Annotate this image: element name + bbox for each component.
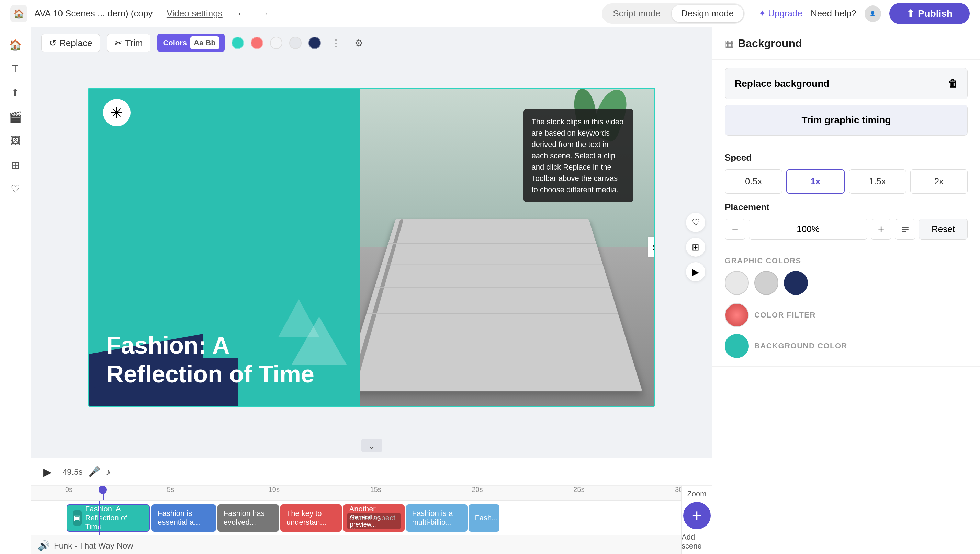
expand-timeline-button[interactable]: ⌄ bbox=[361, 439, 382, 452]
more-colors-button[interactable]: ⋮ bbox=[328, 35, 344, 51]
placement-align-icon[interactable] bbox=[895, 219, 915, 240]
main-layout: 🏠 T ⬆ 🎬 🖼 ⊞ ♡ ↺ Replace ✂ Trim Colors Aa… bbox=[0, 27, 980, 554]
clip-6[interactable]: Fashion is a multi-billio... bbox=[406, 504, 468, 532]
bg-color-swatch[interactable] bbox=[725, 334, 749, 358]
script-mode-button[interactable]: Script mode bbox=[603, 5, 670, 22]
clip-3[interactable]: Fashion has evolved... bbox=[217, 504, 279, 532]
bg-color-row: BACKGROUND COLOR bbox=[725, 334, 968, 358]
clip-3-label: Fashion has evolved... bbox=[223, 509, 273, 527]
sidebar-item-favorites[interactable]: ♡ bbox=[5, 178, 26, 199]
sidebar-item-text[interactable]: T bbox=[5, 58, 26, 79]
sidebar-item-image[interactable]: 🖼 bbox=[5, 131, 26, 151]
color-filter-swatch[interactable] bbox=[725, 303, 749, 327]
back-button[interactable]: ← bbox=[233, 5, 251, 22]
mic-button[interactable]: 🎤 bbox=[88, 466, 100, 478]
play-button[interactable]: ▶ bbox=[38, 462, 57, 482]
tooltip-box: The stock clips in this video are based … bbox=[524, 109, 634, 202]
design-mode-button[interactable]: Design mode bbox=[672, 5, 743, 22]
svg-rect-1 bbox=[902, 229, 908, 230]
settings-button[interactable]: ⚙ bbox=[351, 35, 367, 51]
music-icon: 🔊 bbox=[38, 540, 50, 551]
project-title: AVA 10 Scenes ... dern) (copy — Video se… bbox=[34, 8, 223, 19]
publish-button[interactable]: ⬆ Publish bbox=[889, 3, 970, 24]
sidebar-item-home[interactable]: 🏠 bbox=[5, 34, 26, 55]
color-filter-row: COLOR FILTER bbox=[725, 303, 968, 327]
zoom-label: Zoom bbox=[687, 489, 706, 498]
canvas-wrapper: ✳ Fashion: A Reflection of Time bbox=[31, 58, 712, 436]
trim-icon: ✂ bbox=[115, 38, 122, 48]
speed-1.5x-button[interactable]: 1.5x bbox=[849, 169, 906, 194]
add-scene-button[interactable]: + bbox=[683, 502, 711, 529]
canvas-expand: ⌄ bbox=[31, 436, 712, 458]
graphic-colors-title: GRAPHIC COLORS bbox=[725, 256, 968, 265]
colors-sample: Aa Bb bbox=[190, 37, 219, 49]
ruler-10s: 10s bbox=[269, 486, 279, 494]
graphic-colors bbox=[725, 271, 968, 295]
like-button[interactable]: ♡ bbox=[686, 213, 705, 232]
color-filter-label: COLOR FILTER bbox=[754, 310, 816, 320]
panel-collapse-button[interactable]: ❯ bbox=[648, 237, 655, 258]
header: 🏠 AVA 10 Scenes ... dern) (copy — Video … bbox=[0, 0, 980, 27]
clip-1-icon: ▣ bbox=[73, 510, 82, 525]
clip-4-label: The key to understan... bbox=[286, 509, 335, 527]
clip-4[interactable]: The key to understan... bbox=[280, 504, 342, 532]
clip-1[interactable]: ▣ Fashion: A Reflection of Time bbox=[67, 504, 150, 532]
clip-5[interactable]: Another crucial aspect ... Generating pr… bbox=[343, 504, 405, 532]
sidebar-item-video[interactable]: 🎬 bbox=[5, 107, 26, 127]
trim-timing-button[interactable]: Trim graphic timing bbox=[725, 105, 968, 135]
color-white[interactable] bbox=[289, 37, 302, 49]
svg-rect-0 bbox=[902, 227, 908, 228]
speed-1x-button[interactable]: 1x bbox=[786, 169, 844, 194]
canvas-left: ✳ Fashion: A Reflection of Time bbox=[89, 89, 360, 406]
graphic-color-1[interactable] bbox=[725, 271, 749, 295]
upgrade-button[interactable]: ✦ Upgrade bbox=[758, 8, 803, 19]
ruler-20s: 20s bbox=[472, 486, 483, 494]
canvas-logo: ✳ bbox=[103, 99, 131, 126]
colors-section[interactable]: Colors Aa Bb bbox=[157, 33, 224, 52]
publish-icon: ⬆ bbox=[907, 8, 915, 19]
mode-switcher: Script mode Design mode bbox=[602, 3, 745, 24]
graphic-color-3[interactable] bbox=[784, 271, 808, 295]
replace-bg-section: Replace background 🗑 Trim graphic timing bbox=[712, 60, 980, 144]
graphic-color-2[interactable] bbox=[754, 271, 778, 295]
play-scene-button[interactable]: ▶ bbox=[686, 262, 705, 282]
time-display: 49.5s bbox=[62, 467, 83, 477]
replace-button[interactable]: ↺ Replace bbox=[41, 34, 100, 52]
avatar-button[interactable]: 👤 bbox=[865, 5, 881, 22]
placement-reset-button[interactable]: Reset bbox=[919, 219, 968, 240]
delete-icon[interactable]: 🗑 bbox=[948, 78, 958, 89]
speed-section: Speed 0.5x 1x 1.5x 2x Placement − 100% + bbox=[712, 144, 980, 248]
color-light[interactable] bbox=[270, 37, 283, 49]
replace-icon: ↺ bbox=[49, 38, 57, 48]
chevron-down-icon: ⌄ bbox=[367, 440, 375, 451]
canvas-actions: ♡ ⊞ ▶ bbox=[686, 213, 705, 282]
music-button[interactable]: ♪ bbox=[106, 466, 111, 478]
logo-icon[interactable]: 🏠 bbox=[10, 5, 27, 22]
nav-controls: ← → bbox=[233, 5, 273, 22]
sidebar-item-upload[interactable]: ⬆ bbox=[5, 83, 26, 103]
clip-7-label: Fash... bbox=[475, 514, 498, 522]
canvas-title: Fashion: A Reflection of Time bbox=[107, 331, 343, 388]
speed-2x-button[interactable]: 2x bbox=[910, 169, 968, 194]
clip-2[interactable]: Fashion is essential a... bbox=[152, 504, 216, 532]
help-button[interactable]: Need help? bbox=[811, 8, 856, 19]
svg-rect-2 bbox=[902, 231, 907, 232]
color-dark[interactable] bbox=[308, 37, 321, 49]
clip-7[interactable]: Fash... bbox=[469, 504, 500, 532]
grid-button[interactable]: ⊞ bbox=[686, 237, 705, 257]
left-sidebar: 🏠 T ⬆ 🎬 🖼 ⊞ ♡ bbox=[0, 27, 31, 554]
video-settings-link[interactable]: Video settings bbox=[167, 8, 223, 19]
header-right: ✦ Upgrade Need help? 👤 ⬆ Publish bbox=[758, 3, 970, 24]
sidebar-item-elements[interactable]: ⊞ bbox=[5, 154, 26, 175]
trim-button[interactable]: ✂ Trim bbox=[107, 34, 150, 52]
color-teal[interactable] bbox=[231, 37, 244, 49]
speed-0.5x-button[interactable]: 0.5x bbox=[725, 169, 782, 194]
placement-minus-button[interactable]: − bbox=[725, 219, 745, 240]
placement-value: 100% bbox=[749, 219, 867, 240]
music-bar: 🔊 Funk - That Way Now bbox=[31, 535, 712, 554]
color-red[interactable] bbox=[251, 37, 263, 49]
placement-plus-button[interactable]: + bbox=[871, 219, 891, 240]
replace-background-button[interactable]: Replace background 🗑 bbox=[725, 68, 968, 99]
clip-1-label: Fashion: A Reflection of Time bbox=[85, 505, 144, 531]
forward-button[interactable]: → bbox=[255, 5, 273, 22]
